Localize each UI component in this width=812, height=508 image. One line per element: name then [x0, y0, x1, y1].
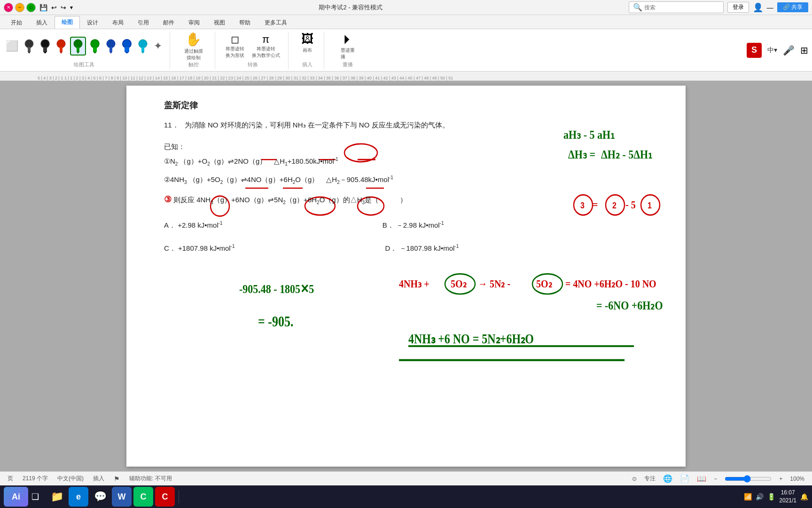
drawing-tools-label: 绘图工具	[74, 61, 94, 69]
wechat-button[interactable]: 💬	[90, 487, 110, 507]
svg-point-9	[74, 40, 82, 48]
replay-tools: ⏵ 墨迹重播	[341, 32, 355, 61]
search-box[interactable]: 🔍	[629, 1, 724, 13]
svg-text:-905.48 - 1805✕5: -905.48 - 1805✕5	[239, 282, 314, 295]
clock-time: 16:07	[779, 489, 796, 497]
login-button[interactable]: 登录	[727, 2, 749, 13]
insert-group-label: 插入	[302, 61, 312, 69]
notification-icon[interactable]: 🔔	[800, 493, 808, 500]
ink-to-math-btn[interactable]: π 将墨迹转换为数学公式	[250, 32, 282, 60]
chinese-icon[interactable]: 中▾	[767, 46, 777, 55]
redo-icon[interactable]: ↪	[61, 4, 66, 11]
ink-to-shape-btn[interactable]: ◻ 将墨迹转换为形状	[224, 32, 246, 60]
tab-layout[interactable]: 布局	[105, 16, 131, 29]
zoom-in-icon[interactable]: +	[779, 476, 782, 482]
accessibility-label: 辅助功能: 不可用	[129, 475, 172, 483]
tab-mailings[interactable]: 邮件	[156, 16, 181, 29]
zoom-out-icon[interactable]: −	[714, 476, 717, 482]
svg-point-18	[123, 40, 131, 48]
drawing-tools-group: ⬜	[4, 32, 170, 69]
reaction-3: ③ 则反应 4NH3（g）+6NO（g）⇌5N2（g）+6H2O（g）的△H3是…	[164, 191, 648, 208]
reaction-2-dh: △H2－905.48kJ•mol-1	[326, 173, 393, 187]
taskbar-right: 📶 🔊 🔋 16:07 2021/1 🔔	[744, 489, 808, 505]
close-btn[interactable]: ✕	[4, 3, 13, 12]
option-a-key: A．	[164, 221, 176, 229]
svg-marker-14	[93, 52, 97, 54]
svg-marker-2	[28, 52, 31, 54]
ink-replay-label[interactable]: 墨迹重播	[341, 47, 355, 60]
tab-draw[interactable]: 绘图	[55, 16, 80, 29]
option-b-value: －2.98 kJ•mol-1	[396, 221, 444, 229]
tab-start[interactable]: 开始	[4, 16, 29, 29]
unknown-red-button[interactable]: C	[155, 487, 175, 507]
minimize-btn[interactable]: −	[15, 3, 24, 12]
word-count: 2119 个字	[23, 475, 48, 483]
black-thin-pen[interactable]	[22, 38, 36, 55]
mic-icon[interactable]: 🎤	[783, 45, 795, 56]
options-row-1: A． +2.98 kJ•mol-1 B． －2.98 kJ•mol-1	[164, 217, 648, 233]
reaction-3-num: ③	[164, 191, 172, 208]
classin-button[interactable]: C	[133, 487, 153, 507]
touch-draw-label[interactable]: 通过触摸摸绘制	[184, 48, 203, 61]
ai-button[interactable]: Ai	[4, 487, 28, 507]
top-right-buttons: 登录 👤 — 🔗 共享	[727, 2, 808, 13]
green-thin-pen[interactable]	[70, 37, 86, 56]
word-button[interactable]: W	[112, 487, 132, 507]
blue-thick-pen[interactable]	[120, 38, 134, 55]
problem-number: 11．	[164, 121, 179, 129]
document-page[interactable]: aH₃ - 5 aH₁ ΔH₃ = ΔH₂ - 5ΔH₁ 3 = 2 - 5 1…	[126, 86, 686, 467]
window-controls: ✕ − □	[4, 3, 36, 12]
svg-point-0	[25, 40, 33, 48]
insert-mode[interactable]: 插入	[93, 475, 104, 483]
clock: 16:07 2021/1	[779, 489, 796, 505]
save-icon[interactable]: 💾	[39, 4, 47, 11]
tab-references[interactable]: 引用	[131, 16, 156, 29]
canvas-icon: 🖼	[301, 32, 313, 46]
share-button[interactable]: 🔗 共享	[777, 2, 808, 12]
eraser-tool[interactable]: ⬜	[4, 39, 20, 53]
zoom-slider[interactable]	[725, 475, 772, 483]
focus-icon[interactable]: ⊙	[632, 476, 637, 482]
cyan-pen[interactable]	[136, 38, 150, 55]
view-print-icon[interactable]: 📄	[680, 474, 689, 483]
edge-browser-button[interactable]: e	[69, 487, 88, 507]
blue-thin-pen[interactable]	[104, 38, 118, 55]
tab-review[interactable]: 审阅	[181, 16, 207, 29]
customize-icon[interactable]: ▾	[70, 4, 73, 11]
accessibility-icon: ⚑	[114, 475, 120, 483]
sparkle-pen[interactable]: ✦	[152, 39, 164, 53]
ruler: 5 | 4 | 3 | 2 | 1 1 | 1 | 2 | 3 | 4 | 5 …	[0, 71, 812, 81]
undo-icon[interactable]: ↩	[51, 4, 57, 11]
table-icon[interactable]: ⊞	[800, 45, 808, 56]
file-explorer-button[interactable]: 📁	[47, 487, 67, 507]
red-pen[interactable]	[54, 38, 68, 55]
tab-design[interactable]: 设计	[80, 16, 105, 29]
problem-text: 11． 为消除 NO 对环境的污染，可利用 NH₃ 在一定条件下与 NO 反应生…	[164, 119, 648, 131]
svg-point-21	[139, 40, 147, 48]
user-icon: 👤	[753, 2, 763, 13]
tab-more-tools[interactable]: 更多工具	[258, 16, 294, 29]
ink-to-math-label: 将墨迹转换为数学公式	[252, 46, 280, 59]
canvas-label[interactable]: 画布	[303, 47, 312, 54]
minimize-ribbon-icon[interactable]: —	[767, 4, 773, 11]
battery-icon: 🔋	[767, 493, 775, 500]
reaction-1-num: ①N2	[164, 154, 178, 169]
tab-help[interactable]: 帮助	[232, 16, 258, 29]
green-medium-pen[interactable]	[88, 38, 102, 55]
svg-rect-16	[109, 47, 112, 52]
focus-label[interactable]: 专注	[644, 475, 656, 483]
search-input[interactable]	[644, 4, 719, 11]
black-medium-pen[interactable]	[38, 38, 52, 55]
svg-text:4NH₃ +6 NO = 5N₂+6H₂O: 4NH₃ +6 NO = 5N₂+6H₂O	[408, 331, 534, 346]
svg-text:→ 5N₂ -: → 5N₂ -	[478, 277, 510, 290]
svg-marker-20	[125, 52, 129, 54]
view-web-icon[interactable]: 🌐	[663, 474, 672, 483]
tab-insert[interactable]: 插入	[29, 16, 55, 29]
task-view-button[interactable]: ❏	[25, 487, 45, 507]
svg-rect-10	[77, 47, 79, 52]
svg-point-15	[107, 40, 115, 48]
view-read-icon[interactable]: 📖	[697, 474, 706, 483]
maximize-btn[interactable]: □	[26, 3, 36, 12]
svg-text:= -6NO +6H₂O: = -6NO +6H₂O	[596, 299, 663, 312]
tab-view[interactable]: 视图	[207, 16, 232, 29]
